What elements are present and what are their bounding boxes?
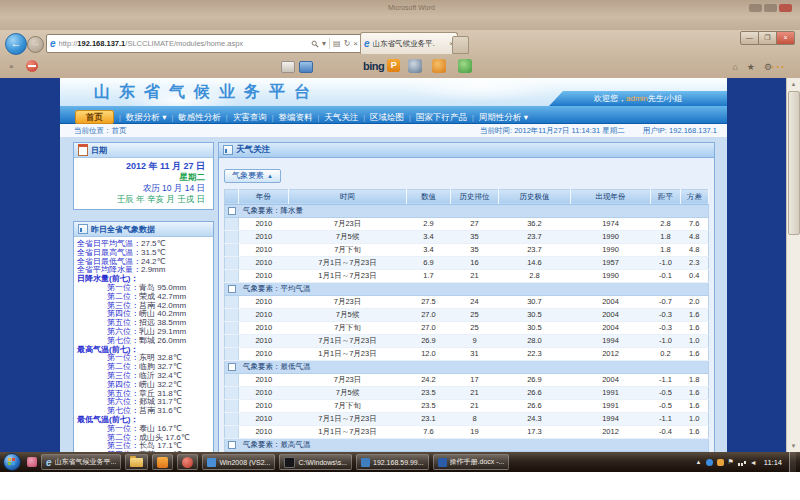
address-bar[interactable]: e http://192.168.137.1/SLCCLIMATE/module… — [46, 34, 362, 53]
taskbar-window-button-0[interactable]: Win2008 (VS2... — [202, 454, 275, 470]
nav-item-1[interactable]: 数据分析 ▾ — [126, 112, 167, 122]
back-button[interactable]: ← — [5, 33, 27, 55]
group-row[interactable]: 气象要素：最低气温 — [225, 360, 709, 373]
scrollbar-thumb[interactable] — [788, 91, 800, 235]
group-row[interactable]: 气象要素：平均气温 — [225, 282, 709, 295]
row-checkbox-cell — [225, 347, 239, 360]
nav-item-6[interactable]: 区域绘图 — [370, 112, 404, 122]
maximize-button[interactable]: ❐ — [759, 31, 777, 45]
taskbar-ie-button[interactable]: e 山东省气候业务平... — [41, 454, 121, 470]
table-row[interactable]: 20107月23日24.21726.92004-1.11.8 — [225, 373, 709, 386]
table-row[interactable]: 20107月23日27.52430.72004-0.72.0 — [225, 295, 709, 308]
table-cell: 7月下旬 — [289, 321, 407, 334]
group-checkbox[interactable] — [228, 441, 236, 449]
taskbar-app-red[interactable] — [177, 454, 198, 470]
toolbar-card-icon[interactable] — [281, 61, 295, 73]
table-row[interactable]: 20107月1日～7月23日26.9928.01994-1.01.0 — [225, 334, 709, 347]
search-icon[interactable] — [311, 40, 319, 48]
table-row[interactable]: 20107月下旬23.52126.61991-0.51.6 — [225, 399, 709, 412]
group-checkbox[interactable] — [228, 207, 236, 215]
table-row[interactable]: 20101月1日～7月23日7.61917.32012-0.41.6 — [225, 425, 709, 438]
group-checkbox[interactable] — [228, 363, 236, 371]
volume-icon[interactable]: ◄ — [750, 459, 757, 466]
hidden-icons-arrow[interactable]: ▲ — [696, 459, 702, 465]
table-cell: 23.7 — [499, 243, 571, 256]
forward-button[interactable]: → — [27, 36, 44, 53]
table-row[interactable]: 20107月1日～7月23日23.1824.31994-1.11.0 — [225, 412, 709, 425]
network-icon[interactable] — [738, 458, 746, 466]
table-row[interactable]: 20107月下旬27.02530.52004-0.31.6 — [225, 321, 709, 334]
close-button[interactable]: × — [777, 31, 795, 45]
table-cell: 8 — [451, 412, 499, 425]
table-row[interactable]: 20107月23日2.92736.219742.87.6 — [225, 217, 709, 230]
toolbar-more-icon[interactable]: ••• — [772, 62, 786, 71]
refresh-icon[interactable]: ↻ — [344, 39, 351, 48]
username: admin — [626, 94, 648, 103]
table-row[interactable]: 20101月1日～7月23日12.03122.320120.21.6 — [225, 347, 709, 360]
taskbar-app-orange[interactable] — [152, 454, 173, 470]
new-tab-button[interactable] — [452, 36, 469, 54]
start-button[interactable] — [3, 453, 21, 471]
show-desktop-button[interactable] — [789, 452, 796, 472]
nav-item-5[interactable]: 天气关注 — [324, 112, 358, 122]
toolbar-close-icon[interactable]: × — [9, 62, 14, 71]
nav-item-3[interactable]: 灾害查询 — [233, 112, 267, 122]
tray-blue-icon[interactable] — [706, 459, 713, 466]
table-row[interactable]: 20107月1日～7月23日6.91614.61957-1.02.3 — [225, 256, 709, 269]
table-row[interactable]: 20107月5候27.02530.52004-0.31.6 — [225, 308, 709, 321]
main-panel-title: 天气关注 — [236, 144, 270, 156]
table-row[interactable]: 20101月1日～7月23日1.7212.81990-0.10.4 — [225, 269, 709, 282]
folder-icon — [130, 458, 143, 467]
table-row[interactable]: 20107月5候23.52126.61991-0.51.6 — [225, 386, 709, 399]
group-row[interactable]: 气象要素：最高气温 — [225, 438, 709, 451]
table-cell: 24 — [451, 295, 499, 308]
column-header: 年份 — [239, 189, 289, 204]
taskbar-window-button-3[interactable]: 操作手册.docx -... — [433, 454, 510, 470]
toolbar-logo-icon[interactable] — [26, 60, 38, 72]
table-cell: 4.8 — [681, 243, 709, 256]
nav-item-8[interactable]: 周期性分析 ▾ — [479, 112, 528, 122]
toolbar-people-icon[interactable] — [458, 59, 472, 73]
table-cell: 1月1日～7月23日 — [289, 269, 407, 282]
nav-item-7[interactable]: 国家下行产品 — [416, 112, 467, 122]
tray-clock[interactable]: 11:14 — [764, 458, 782, 467]
taskbar-window-button-1[interactable]: C:\Windows\s... — [279, 454, 352, 470]
element-filter-button[interactable]: 气象要素 ▲ — [224, 169, 281, 183]
background-window-controls — [749, 4, 792, 12]
table-row[interactable]: 20107月5候3.43523.719901.84.8 — [225, 230, 709, 243]
scroll-up-icon[interactable]: ▲ — [787, 78, 800, 90]
group-checkbox[interactable] — [228, 285, 236, 293]
toolbar-pet-icon[interactable] — [432, 59, 446, 73]
nav-item-2[interactable]: 敏感性分析 — [178, 112, 221, 122]
table-cell: 27 — [451, 217, 499, 230]
row-checkbox-cell — [225, 399, 239, 412]
vertical-scrollbar[interactable]: ▲ ▼ — [786, 78, 800, 452]
table-row[interactable]: 20107月下旬3.43523.719901.84.8 — [225, 243, 709, 256]
taskbar: e 山东省气候业务平... Win2008 (VS2...C:\Windows\… — [0, 452, 800, 472]
toolbar-mail-icon[interactable] — [299, 61, 313, 73]
scroll-down-icon[interactable]: ▼ — [787, 440, 800, 452]
search-dropdown-icon[interactable]: ▾ — [322, 39, 326, 48]
taskbar-explorer-button[interactable] — [125, 454, 148, 470]
browser-tab[interactable]: e 山东省气候业务平... × — [360, 32, 458, 54]
taskbar-window-button-2[interactable]: 192.168.59.99... — [356, 454, 429, 470]
action-center-flag-icon[interactable]: ⚑ — [728, 458, 734, 466]
table-cell: -0.3 — [651, 321, 681, 334]
bing-logo[interactable]: bing P — [363, 59, 400, 72]
nav-item-4[interactable]: 整编资料 — [278, 112, 312, 122]
weather-table: 年份时间数值历史排位历史极值出现年份距平方差 气象要素：降水量20107月23日… — [224, 189, 709, 453]
bing-search-icon[interactable]: P — [387, 59, 400, 72]
tray-yellow-icon[interactable] — [717, 459, 724, 466]
row-checkbox-cell — [225, 334, 239, 347]
table-cell: -0.4 — [651, 425, 681, 438]
table-cell: 23.5 — [407, 386, 451, 399]
stop-icon[interactable]: × — [353, 39, 358, 48]
group-row[interactable]: 气象要素：降水量 — [225, 204, 709, 217]
minimize-button[interactable]: — — [740, 31, 759, 45]
taskbar-small-icon[interactable] — [27, 457, 37, 467]
toolbar-camera-icon[interactable] — [408, 59, 422, 73]
nav-item-0[interactable]: 首页 — [75, 110, 114, 124]
table-cell: 7月1日～7月23日 — [289, 256, 407, 269]
compatibility-icon[interactable]: ▤ — [333, 39, 341, 48]
table-cell: 27.0 — [407, 321, 451, 334]
